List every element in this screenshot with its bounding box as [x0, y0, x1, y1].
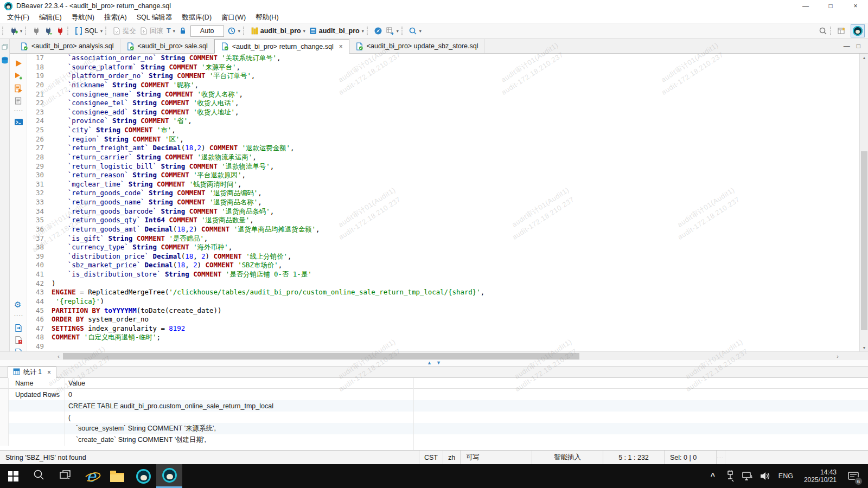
code-line[interactable]: 29 `return_logistic_bill` String COMMENT…: [27, 162, 859, 171]
table-row[interactable]: Updated Rows0: [0, 389, 868, 400]
menu-item[interactable]: 搜索(A): [99, 12, 132, 23]
maximize-view-icon[interactable]: □: [857, 42, 860, 50]
hscroll-thumb[interactable]: [63, 353, 579, 359]
code-line[interactable]: 22 `consignee_tel` String COMMENT '收货人电话…: [27, 99, 859, 108]
code-line[interactable]: 24 `province` String COMMENT '省',: [27, 117, 859, 126]
code-line[interactable]: 23 `consignee_add` String COMMENT '收货人地址…: [27, 108, 859, 117]
network-icon[interactable]: [741, 468, 755, 484]
maximize-button[interactable]: □: [818, 0, 843, 12]
minimize-view-icon[interactable]: —: [844, 42, 850, 50]
internet-explorer-button[interactable]: e: [78, 464, 104, 488]
close-button[interactable]: ×: [843, 0, 868, 12]
scroll-down-icon[interactable]: ▼: [860, 344, 868, 351]
code-line[interactable]: 36 `return_goods_amt` Decimal(18,2) COMM…: [27, 225, 859, 234]
editor-tab[interactable]: <audit_bi_pro> sale.sql: [120, 39, 214, 53]
menu-item[interactable]: 文件(F): [2, 12, 34, 23]
code-line[interactable]: 30 `return_reason` String COMMENT '平台退款原…: [27, 171, 859, 180]
statistics-tab[interactable]: 统计 1 ×: [8, 367, 56, 378]
splitter-down-icon[interactable]: ▼: [436, 361, 441, 365]
code-line[interactable]: 25 `city` String COMMENT '市',: [27, 126, 859, 135]
language-indicator[interactable]: ENG: [775, 472, 796, 480]
notification-center-button[interactable]: 6: [844, 468, 863, 484]
column-header-name[interactable]: Name: [9, 378, 65, 388]
taskbar-search-button[interactable]: [26, 464, 52, 488]
scroll-left-icon[interactable]: ‹: [54, 352, 63, 361]
menu-item[interactable]: 帮助(H): [251, 12, 283, 23]
code-line[interactable]: 26 `region` String COMMENT '区',: [27, 135, 859, 144]
menu-item[interactable]: 窗口(W): [216, 12, 251, 23]
vertical-scrollbar[interactable]: ▲ ▼: [859, 54, 868, 351]
code-line[interactable]: 21 `consignee_name` String COMMENT '收货人名…: [27, 90, 859, 99]
code-line[interactable]: 19 `platform_order_no` String COMMENT '平…: [27, 72, 859, 81]
column-header-value[interactable]: Value: [65, 378, 868, 388]
close-icon[interactable]: ×: [339, 43, 343, 50]
code-line[interactable]: 49: [27, 342, 859, 351]
code-line[interactable]: 20 `nickname` String COMMENT '昵称',: [27, 81, 859, 90]
code-line[interactable]: 39 `distribution_price` Decimal(18, 2) C…: [27, 252, 859, 261]
horizontal-scrollbar[interactable]: ‹ ›: [0, 351, 868, 360]
code-line[interactable]: 48COMMENT '自定义电商退销-临时';: [27, 333, 859, 342]
code-line[interactable]: 18 `source_platform` String COMMENT '来源平…: [27, 63, 859, 72]
navigate-button[interactable]: [372, 25, 384, 36]
sql-editor-button[interactable]: SQL ▾: [73, 25, 104, 36]
code-line[interactable]: 40 `sbz_market_price` Decimal(18, 2) COM…: [27, 261, 859, 270]
code-line[interactable]: 28 `return_carrier` String COMMENT '退款物流…: [27, 153, 859, 162]
disconnect-button[interactable]: [54, 25, 66, 36]
commit-button[interactable]: 提交: [111, 25, 138, 37]
code-line[interactable]: 46ORDER BY system_order_no: [27, 315, 859, 324]
schema-selector[interactable]: audit_bi_pro ▾: [307, 25, 366, 36]
database-selector[interactable]: audit_bi_pro ▾: [248, 25, 307, 36]
quick-search-button[interactable]: [817, 25, 829, 36]
export-file-icon[interactable]: [14, 324, 24, 333]
database-navigator-icon[interactable]: [1, 56, 9, 67]
dbeaver-taskbar-button[interactable]: [130, 464, 156, 488]
code-line[interactable]: 45PARTITION BY toYYYYMM(toDate(create_da…: [27, 306, 859, 316]
sql-editor[interactable]: 17 `association_order_no` String COMMENT…: [27, 54, 859, 351]
file-alert-icon[interactable]: [14, 336, 24, 345]
code-line[interactable]: 38 `currency_type` String COMMENT '海外币种'…: [27, 243, 859, 252]
panel-splitter[interactable]: ▲ ▼: [0, 360, 868, 367]
transaction-mode-button[interactable]: T ▾: [165, 26, 177, 36]
splitter-up-icon[interactable]: ▲: [427, 361, 432, 365]
close-icon[interactable]: ×: [47, 369, 51, 376]
tray-chevron-up-icon[interactable]: ^: [706, 468, 720, 484]
editor-tab[interactable]: <audit_bi_pro> return_change.sql×: [214, 39, 349, 54]
execute-statement-icon[interactable]: [14, 59, 24, 69]
search-dropdown-button[interactable]: ▾: [407, 25, 423, 36]
taskbar-clock[interactable]: 14:43 2025/10/21: [800, 468, 841, 484]
restore-panel-icon[interactable]: [1, 43, 9, 53]
execute-new-tab-icon[interactable]: [14, 72, 24, 81]
task-view-button[interactable]: [52, 464, 78, 488]
export-button[interactable]: ▾: [384, 25, 400, 36]
scroll-up-icon[interactable]: ▲: [860, 54, 868, 61]
code-line[interactable]: 34 `return_goods_barcode` String COMMENT…: [27, 207, 859, 216]
minimize-button[interactable]: —: [793, 0, 818, 12]
editor-tab[interactable]: <audit_bi_pro> update_sbz_store.sql: [349, 39, 485, 53]
menu-item[interactable]: 数据库(D): [177, 12, 216, 23]
code-line[interactable]: 35 `return_goods_qty` Int64 COMMENT '退货商…: [27, 216, 859, 225]
table-row[interactable]: CREATE TABLE audit_bi_pro.custom_online_…: [0, 400, 868, 412]
code-line[interactable]: 32 `return_goods_code` String COMMENT '退…: [27, 189, 859, 198]
code-line[interactable]: 47SETTINGS index_granularity = 8192: [27, 324, 859, 333]
code-line[interactable]: 33 `return_goods_name` String COMMENT '退…: [27, 198, 859, 207]
code-line[interactable]: 31 `mgclear_time` String COMMENT '钱货两清时间…: [27, 180, 859, 189]
open-perspective-button[interactable]: [835, 25, 847, 36]
transaction-log-button[interactable]: ▾: [226, 25, 242, 36]
rollback-button[interactable]: 回滚: [138, 25, 165, 37]
dbeaver-perspective-button[interactable]: [851, 24, 865, 37]
table-row[interactable]: `source_system` String COMMENT '来源系统',: [0, 423, 868, 434]
vscroll-thumb[interactable]: [861, 151, 867, 330]
table-row[interactable]: `create_date` String COMMENT '创建日期',: [0, 434, 868, 446]
dbeaver-taskbar-button-active[interactable]: [156, 464, 182, 488]
code-line[interactable]: 44 '{replica}'): [27, 297, 859, 306]
speaker-icon[interactable]: [758, 468, 772, 484]
menu-item[interactable]: 编辑(E): [34, 12, 67, 23]
code-line[interactable]: 41 `is_distribution_store` String COMMEN…: [27, 270, 859, 279]
menu-item[interactable]: SQL 编辑器: [132, 12, 177, 23]
code-line[interactable]: 27 `return_freight_amt` Decimal(18,2) CO…: [27, 144, 859, 153]
reconnect-button[interactable]: [42, 25, 54, 36]
code-line[interactable]: 42): [27, 279, 859, 288]
lock-button[interactable]: [177, 25, 189, 36]
start-button[interactable]: [0, 464, 26, 488]
sql-console-icon[interactable]: [14, 118, 24, 127]
